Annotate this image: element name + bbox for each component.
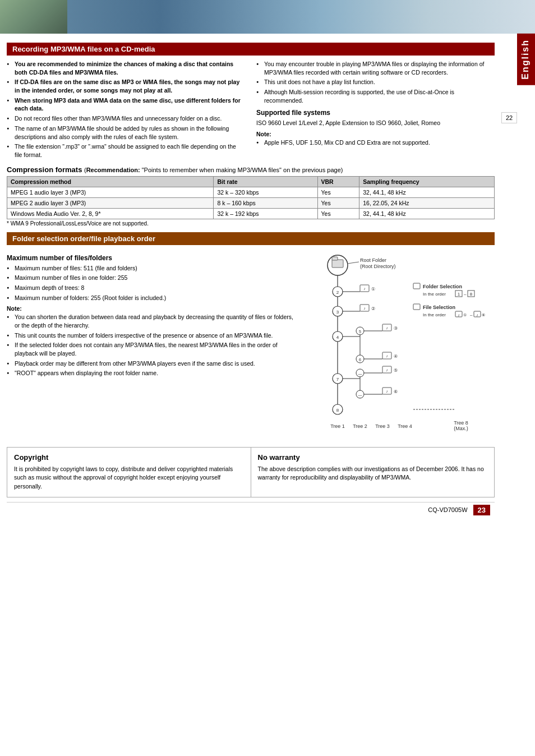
svg-text:③: ③	[394, 326, 398, 331]
list-item: Apple HFS, UDF 1.50, Mix CD and CD Extra…	[256, 139, 495, 147]
cell: 32, 44.1, 48 kHz	[359, 187, 495, 197]
svg-text:(Max.): (Max.)	[454, 426, 468, 431]
svg-text:In the order: In the order	[423, 312, 446, 317]
cell: Yes	[317, 197, 359, 208]
svg-text:♪: ♪	[363, 306, 366, 310]
table-row: Windows Media Audio Ver. 2, 8, 9* 32 k –…	[7, 208, 495, 219]
section3-note-label: Note:	[7, 305, 298, 312]
list-item: Do not record files other than MP3/WMA f…	[7, 114, 245, 123]
list-item: This unit counts the number of folders i…	[7, 331, 298, 340]
svg-text:Folder Selection: Folder Selection	[423, 284, 462, 289]
section2: Compression formats (Recommendation: "Po…	[7, 165, 495, 227]
list-item: Playback order may be different from oth…	[7, 359, 298, 368]
svg-text:Tree 1: Tree 1	[330, 423, 345, 429]
compression-rec: (Recommendation: "Points to remember whe…	[84, 167, 343, 173]
section1-header: Recording MP3/WMA files on a CD-media	[7, 43, 495, 56]
cell: 32 k – 320 kbps	[214, 187, 317, 197]
list-item: Maximum number of files: 511 (file and f…	[7, 264, 298, 273]
list-item: Maximum number of files in one folder: 2…	[7, 274, 298, 282]
section1-right-list: You may encounter trouble in playing MP3…	[256, 60, 495, 104]
section1-content: You are recommended to minimize the chan…	[7, 60, 495, 161]
section3-note-list: You can shorten the duration between dat…	[7, 313, 298, 377]
svg-text:(Root Directory): (Root Directory)	[360, 264, 396, 269]
compression-table: Compression method Bit rate VBR Sampling…	[7, 176, 495, 219]
svg-text:–: –	[470, 312, 473, 317]
svg-text:④: ④	[394, 354, 398, 359]
svg-text:⑥: ⑥	[482, 313, 485, 317]
svg-text:♪: ♪	[386, 354, 388, 358]
list-item: You may encounter trouble in playing MP3…	[256, 60, 495, 76]
copyright-title: Copyright	[14, 453, 244, 462]
svg-text:Tree 3: Tree 3	[375, 423, 390, 429]
svg-text:6: 6	[359, 358, 361, 362]
list-item: The file extension ".mp3" or ".wma" shou…	[7, 142, 245, 159]
cell: MPEG 1 audio layer 3 (MP3)	[7, 187, 214, 197]
svg-text:♪: ♪	[386, 389, 388, 393]
svg-text:♪: ♪	[458, 313, 460, 317]
svg-text:—: —	[358, 372, 362, 376]
cell: 16, 22.05, 24 kHz	[359, 197, 495, 208]
section3-content: Maximum number of files/folders Maximum …	[7, 250, 495, 436]
svg-text:♪: ♪	[476, 313, 478, 317]
svg-text:Tree 8: Tree 8	[454, 420, 468, 426]
svg-text:2: 2	[336, 290, 339, 295]
folder-tree-diagram: 🗀 Root Folder (Root Directory) 2 ♪ ①	[304, 250, 495, 436]
svg-text:5: 5	[359, 330, 361, 334]
svg-text:♪: ♪	[386, 368, 388, 372]
footer-warranty: No warranty The above description compli…	[251, 448, 495, 497]
svg-text:–: –	[464, 292, 467, 297]
col-header-bitrate: Bit rate	[214, 176, 317, 187]
top-banner	[0, 0, 535, 34]
compression-title-bold: Compression formats	[7, 165, 84, 174]
list-item: You can shorten the duration between dat…	[7, 313, 298, 329]
warranty-text: The above description complies with our …	[258, 465, 488, 483]
section2-title: Compression formats (Recommendation: "Po…	[7, 165, 495, 174]
page-number-bottom: 23	[473, 505, 490, 515]
cell: 32 k – 192 kbps	[214, 208, 317, 219]
svg-rect-61	[413, 283, 420, 289]
svg-text:7: 7	[336, 377, 339, 382]
section1-right: You may encounter trouble in playing MP3…	[256, 60, 495, 161]
list-item: You are recommended to minimize the chan…	[7, 60, 245, 76]
svg-text:1: 1	[458, 292, 460, 297]
svg-text:①: ①	[463, 313, 467, 317]
table-row: MPEG 1 audio layer 3 (MP3) 32 k – 320 kb…	[7, 187, 495, 197]
footer-section: Copyright It is prohibited by copyright …	[7, 447, 495, 497]
warranty-title: No warranty	[258, 453, 488, 462]
supported-fs-text: ISO 9660 Level 1/Level 2, Apple Extensio…	[256, 119, 495, 127]
note-list: Apple HFS, UDF 1.50, Mix CD and CD Extra…	[256, 139, 495, 147]
folder-left: Maximum number of files/folders Maximum …	[7, 250, 298, 436]
svg-text:♪: ♪	[386, 326, 388, 330]
max-files-list: Maximum number of files: 511 (file and f…	[7, 264, 298, 302]
svg-text:①: ①	[371, 287, 375, 292]
svg-text:In the order: In the order	[423, 292, 446, 297]
svg-text:Tree 2: Tree 2	[353, 423, 367, 429]
list-item: If the selected folder does not contain …	[7, 341, 298, 357]
list-item: The name of an MP3/WMA file should be ad…	[7, 125, 245, 141]
list-item: If CD-DA files are on the same disc as M…	[7, 78, 245, 94]
language-tab: English	[517, 34, 535, 85]
col-header-sampling: Sampling frequency	[359, 176, 495, 187]
model-number: CQ-VD7005W	[428, 506, 467, 513]
cell: Yes	[317, 208, 359, 219]
svg-text:②: ②	[371, 306, 375, 311]
list-item: When storing MP3 data and WMA data on th…	[7, 96, 245, 113]
section1-left: You are recommended to minimize the chan…	[7, 60, 245, 161]
list-item: Although Multi-session recording is supp…	[256, 88, 495, 104]
svg-text:File Selection: File Selection	[423, 305, 455, 310]
section1-left-list: You are recommended to minimize the chan…	[7, 60, 245, 159]
svg-text:—: —	[358, 393, 362, 397]
svg-text:⑥: ⑥	[394, 389, 398, 394]
svg-rect-69	[413, 304, 420, 310]
cell: 8 k – 160 kbps	[214, 197, 317, 208]
list-item: Maximum depth of trees: 8	[7, 284, 298, 292]
table-footnote: * WMA 9 Professional/LossLess/Voice are …	[7, 220, 495, 227]
section3-header: Folder selection order/file playback ord…	[7, 232, 495, 245]
svg-text:⑤: ⑤	[394, 368, 398, 373]
note-label: Note:	[256, 131, 495, 137]
page-number-side: 22	[501, 112, 517, 123]
col-header-vbr: VBR	[317, 176, 359, 187]
cell: 32, 44.1, 48 kHz	[359, 208, 495, 219]
bottom-bar: CQ-VD7005W 23	[7, 502, 495, 518]
tree-svg: 🗀 Root Folder (Root Directory) 2 ♪ ①	[304, 250, 495, 435]
